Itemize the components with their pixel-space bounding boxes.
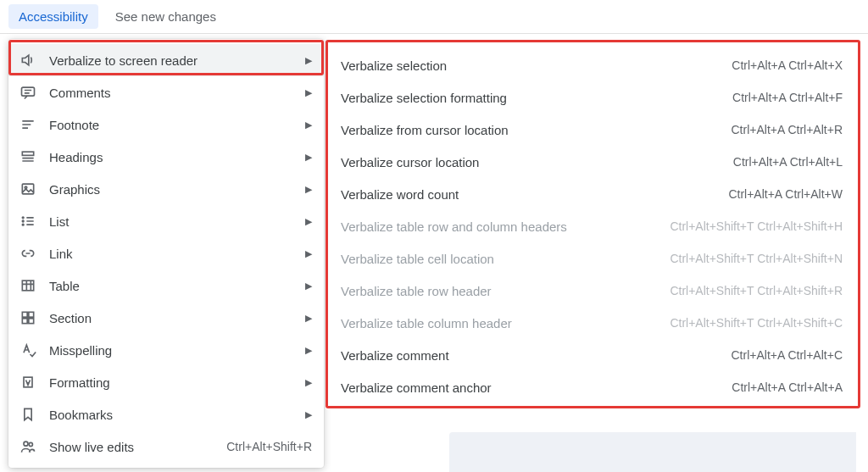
document-canvas-area — [449, 432, 856, 472]
headings-icon — [19, 147, 37, 166]
chevron-right-icon: ▶ — [303, 377, 312, 388]
menu-item-list[interactable]: List ▶ — [8, 205, 324, 237]
chevron-right-icon: ▶ — [303, 313, 312, 324]
submenu-item-verbalize-selection-formatting[interactable]: Verbalize selection formatting Ctrl+Alt+… — [326, 81, 858, 114]
footnote-icon — [19, 115, 37, 134]
menubar: Accessibility See new changes — [0, 0, 868, 34]
menu-item-label: Headings — [49, 150, 297, 164]
submenu-item-shortcut: Ctrl+Alt+Shift+T Ctrl+Alt+Shift+H — [670, 219, 843, 233]
menu-item-footnote[interactable]: Footnote ▶ — [8, 108, 324, 141]
submenu-item-verbalize-word-count[interactable]: Verbalize word count Ctrl+Alt+A Ctrl+Alt… — [326, 178, 858, 210]
submenu-item-verbalize-selection[interactable]: Verbalize selection Ctrl+Alt+A Ctrl+Alt+… — [326, 49, 858, 81]
menu-item-show-live-edits[interactable]: Show live edits Ctrl+Alt+Shift+R — [8, 430, 324, 463]
chevron-right-icon: ▶ — [303, 184, 312, 195]
accessibility-menu: Verbalize to screen reader ▶ Comments ▶ … — [8, 39, 324, 468]
submenu-item-shortcut: Ctrl+Alt+A Ctrl+Alt+R — [732, 123, 843, 136]
svg-rect-2 — [22, 184, 33, 194]
chevron-right-icon: ▶ — [303, 152, 312, 163]
svg-rect-0 — [22, 87, 35, 96]
menu-item-table[interactable]: Table ▶ — [8, 269, 324, 302]
menu-item-shortcut: Ctrl+Alt+Shift+R — [226, 440, 312, 453]
menu-see-new-changes[interactable]: See new changes — [105, 4, 226, 29]
submenu-item-verbalize-table-column-header: Verbalize table column header Ctrl+Alt+S… — [326, 307, 858, 339]
svg-point-6 — [22, 224, 24, 225]
svg-point-4 — [22, 217, 24, 219]
submenu-item-label: Verbalize table row header — [341, 284, 670, 298]
image-icon — [19, 180, 37, 198]
menu-item-verbalize-to-screen-reader[interactable]: Verbalize to screen reader ▶ — [8, 44, 324, 76]
submenu-item-shortcut: Ctrl+Alt+A Ctrl+Alt+W — [728, 187, 843, 201]
submenu-item-label: Verbalize cursor location — [341, 155, 733, 169]
section-icon — [19, 308, 37, 327]
submenu-item-label: Verbalize from cursor location — [341, 123, 732, 137]
speaker-icon — [19, 51, 37, 69]
submenu-item-verbalize-table-headers: Verbalize table row and column headers C… — [326, 210, 858, 242]
submenu-item-shortcut: Ctrl+Alt+Shift+T Ctrl+Alt+Shift+C — [670, 316, 843, 330]
menu-item-headings[interactable]: Headings ▶ — [8, 141, 324, 173]
link-icon — [19, 244, 37, 263]
spellcheck-icon — [19, 341, 37, 359]
submenu-item-shortcut: Ctrl+Alt+A Ctrl+Alt+L — [733, 155, 843, 169]
submenu-item-label: Verbalize selection formatting — [341, 91, 732, 105]
submenu-item-label: Verbalize table cell location — [341, 252, 670, 266]
svg-point-13 — [24, 441, 28, 446]
svg-rect-11 — [29, 319, 34, 324]
table-icon — [19, 276, 37, 295]
submenu-item-verbalize-comment[interactable]: Verbalize comment Ctrl+Alt+A Ctrl+Alt+C — [326, 339, 858, 371]
comment-icon — [19, 83, 37, 102]
submenu-item-verbalize-table-cell-location: Verbalize table cell location Ctrl+Alt+S… — [326, 242, 858, 275]
chevron-right-icon: ▶ — [303, 280, 312, 292]
menu-item-label: Bookmarks — [49, 408, 297, 422]
svg-rect-9 — [29, 312, 34, 317]
chevron-right-icon: ▶ — [303, 248, 312, 259]
svg-rect-7 — [22, 280, 33, 291]
submenu-item-shortcut: Ctrl+Alt+A Ctrl+Alt+C — [732, 348, 843, 362]
menu-item-misspelling[interactable]: Misspelling ▶ — [8, 334, 324, 366]
submenu-item-label: Verbalize table row and column headers — [341, 219, 670, 234]
menu-item-label: Comments — [49, 86, 297, 100]
menu-item-label: Misspelling — [49, 343, 297, 358]
menu-item-section[interactable]: Section ▶ — [8, 302, 324, 334]
submenu-item-label: Verbalize comment — [341, 348, 732, 363]
menu-accessibility[interactable]: Accessibility — [8, 4, 98, 29]
chevron-right-icon: ▶ — [303, 87, 312, 98]
submenu-item-verbalize-table-row-header: Verbalize table row header Ctrl+Alt+Shif… — [326, 275, 858, 307]
submenu-item-shortcut: Ctrl+Alt+A Ctrl+Alt+F — [732, 91, 843, 104]
menu-item-label: Show live edits — [49, 440, 218, 454]
submenu-item-label: Verbalize selection — [341, 58, 732, 73]
submenu-item-shortcut: Ctrl+Alt+Shift+T Ctrl+Alt+Shift+N — [670, 252, 843, 265]
submenu-item-verbalize-from-cursor[interactable]: Verbalize from cursor location Ctrl+Alt+… — [326, 114, 858, 146]
submenu-item-verbalize-cursor-location[interactable]: Verbalize cursor location Ctrl+Alt+A Ctr… — [326, 146, 858, 178]
menu-item-graphics[interactable]: Graphics ▶ — [8, 173, 324, 205]
menu-item-label: Graphics — [49, 182, 297, 197]
verbalize-submenu: Verbalize selection Ctrl+Alt+A Ctrl+Alt+… — [326, 42, 858, 410]
chevron-right-icon: ▶ — [303, 345, 312, 356]
svg-rect-10 — [22, 319, 27, 324]
submenu-item-label: Verbalize comment anchor — [341, 380, 732, 395]
menu-item-label: Link — [49, 247, 297, 261]
svg-point-14 — [29, 442, 32, 446]
submenu-item-shortcut: Ctrl+Alt+A Ctrl+Alt+A — [732, 380, 843, 394]
submenu-item-label: Verbalize word count — [341, 187, 728, 202]
submenu-item-label: Verbalize table column header — [341, 316, 670, 330]
menu-item-formatting[interactable]: Formatting ▶ — [8, 366, 324, 398]
svg-rect-1 — [22, 152, 33, 155]
chevron-right-icon: ▶ — [303, 409, 312, 420]
chevron-right-icon: ▶ — [303, 119, 312, 130]
menu-item-label: List — [49, 214, 297, 229]
menu-item-label: Footnote — [49, 118, 297, 132]
menu-item-link[interactable]: Link ▶ — [8, 237, 324, 269]
submenu-item-shortcut: Ctrl+Alt+Shift+T Ctrl+Alt+Shift+R — [670, 284, 843, 297]
chevron-right-icon: ▶ — [303, 216, 312, 227]
submenu-item-verbalize-comment-anchor[interactable]: Verbalize comment anchor Ctrl+Alt+A Ctrl… — [326, 371, 858, 403]
chevron-right-icon: ▶ — [303, 55, 312, 66]
menu-item-bookmarks[interactable]: Bookmarks ▶ — [8, 398, 324, 430]
menu-item-label: Section — [49, 311, 297, 325]
list-icon — [19, 212, 37, 230]
submenu-item-shortcut: Ctrl+Alt+A Ctrl+Alt+X — [732, 58, 843, 72]
menu-item-label: Formatting — [49, 375, 297, 390]
menu-item-label: Verbalize to screen reader — [49, 53, 297, 68]
formatting-icon — [19, 373, 37, 391]
menu-item-label: Table — [49, 279, 297, 293]
menu-item-comments[interactable]: Comments ▶ — [8, 76, 324, 108]
